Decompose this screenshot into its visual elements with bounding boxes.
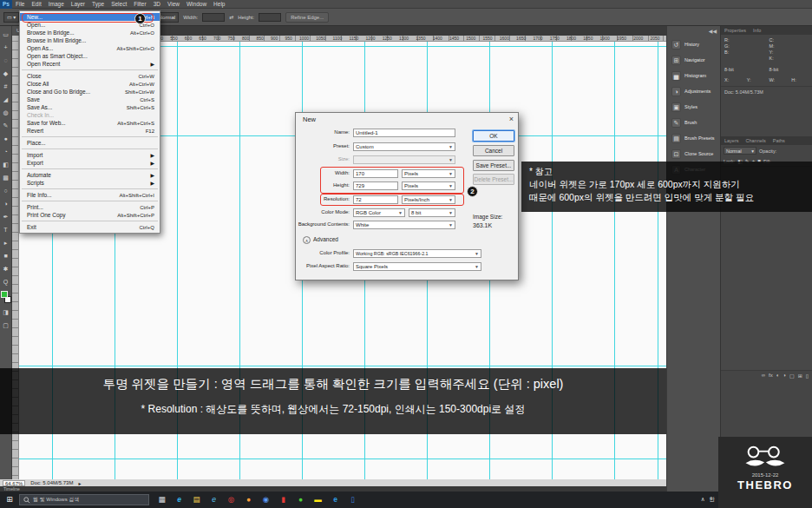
type-tool[interactable]: T xyxy=(0,223,11,236)
file-menu-item[interactable]: Automate ▶ xyxy=(20,171,160,179)
file-menu-item[interactable]: Close All Alt+Ctrl+W xyxy=(20,80,160,88)
menubar-item[interactable]: Window xyxy=(183,0,210,9)
taskbar-search[interactable]: 웹 및 Windows 검색 xyxy=(19,494,149,505)
save-preset-button[interactable]: Save Preset... xyxy=(473,160,514,171)
file-menu-item[interactable] xyxy=(22,69,158,70)
file-menu-item[interactable]: Open As... Alt+Shift+Ctrl+O xyxy=(20,44,160,52)
menubar-item[interactable]: Image xyxy=(45,0,68,9)
file-menu-item[interactable]: Open as Smart Object... xyxy=(20,52,160,60)
zoom-tool[interactable]: Q xyxy=(0,275,11,288)
layer-mask-icon[interactable]: ◐ xyxy=(776,373,780,379)
panel-tab[interactable]: Info xyxy=(750,26,764,35)
file-menu-item[interactable] xyxy=(22,221,158,221)
tray-chevron-icon[interactable]: ∧ xyxy=(701,496,705,504)
bit-depth-select[interactable]: 8 bit▼ xyxy=(409,208,455,217)
link-layers-icon[interactable]: ∞ xyxy=(762,373,765,379)
refine-edge-button[interactable]: Refine Edge... xyxy=(285,12,329,23)
file-menu-item[interactable]: Place... xyxy=(20,139,160,147)
file-menu-item[interactable]: Open Recent ▶ xyxy=(20,60,160,68)
file-menu-item[interactable]: Scripts ▶ xyxy=(20,179,160,187)
delete-layer-icon[interactable]: ▯ xyxy=(806,373,809,379)
panel-button[interactable]: ⊞ Navigator xyxy=(667,52,720,68)
gradient-tool[interactable]: ▩ xyxy=(0,171,11,184)
adjustment-layer-icon[interactable]: ◑ xyxy=(783,373,786,379)
menubar-item[interactable]: Edit xyxy=(28,0,44,9)
panel-button[interactable]: ⊡ Clone Source xyxy=(667,146,720,162)
ie-icon[interactable]: e xyxy=(206,492,221,507)
ok-button[interactable]: OK xyxy=(473,130,514,142)
new-layer-icon[interactable]: ⊞ xyxy=(798,373,802,379)
menubar-item[interactable]: Type xyxy=(88,0,108,9)
dodge-tool[interactable]: ◑ xyxy=(0,197,11,210)
layers-panel-tab[interactable]: Layers xyxy=(721,136,743,145)
file-menu-item[interactable]: Revert F12 xyxy=(20,127,160,135)
file-menu-item[interactable] xyxy=(22,136,158,137)
clone-stamp-tool[interactable]: ● xyxy=(0,132,11,145)
zoom-level-input[interactable]: 64.67% xyxy=(3,480,25,486)
line-icon[interactable]: ● xyxy=(293,492,308,507)
file-menu-item[interactable]: Exit Ctrl+Q xyxy=(20,223,160,231)
cancel-button[interactable]: Cancel xyxy=(473,145,514,156)
quick-mask-icon[interactable]: ◨ xyxy=(0,306,11,319)
foreground-color-swatch[interactable] xyxy=(1,291,8,298)
dialog-close-icon[interactable]: × xyxy=(509,115,514,123)
menubar-item[interactable]: 3D xyxy=(150,0,164,9)
chrome-icon[interactable]: ◉ xyxy=(259,492,273,507)
file-menu-item[interactable]: File Info... Alt+Shift+Ctrl+I xyxy=(20,191,160,199)
hand-tool[interactable]: ✱ xyxy=(0,262,11,275)
collapse-panels-icon[interactable]: ◀◀ xyxy=(667,28,720,36)
brush-tool[interactable]: ✎ xyxy=(0,119,11,132)
healing-brush-tool[interactable]: ◍ xyxy=(0,106,11,119)
file-menu-item[interactable]: Browse in Mini Bridge... xyxy=(20,36,160,44)
status-options-arrow[interactable]: ▸ xyxy=(78,480,81,486)
panel-button[interactable]: ▣ Styles xyxy=(667,99,720,115)
file-menu-item[interactable]: Save for Web... Alt+Shift+Ctrl+S xyxy=(20,119,160,127)
lasso-tool[interactable]: ◌ xyxy=(0,54,11,67)
menubar-item[interactable]: File xyxy=(12,0,28,9)
color-swatches[interactable] xyxy=(1,291,11,303)
path-selection-tool[interactable]: ▸ xyxy=(0,236,11,249)
panel-button[interactable]: ◑ Adjustments xyxy=(667,83,720,99)
opera-icon[interactable]: ◎ xyxy=(224,492,239,507)
firefox-icon[interactable]: ● xyxy=(241,492,256,507)
start-button[interactable]: ⊞ xyxy=(0,492,19,508)
file-menu-item[interactable]: Close and Go to Bridge... Shift+Ctrl+W xyxy=(20,88,160,96)
eyedropper-tool[interactable]: ◢ xyxy=(0,93,11,106)
background-contents-select[interactable]: White▼ xyxy=(353,221,455,229)
task-view-icon[interactable]: ▦ xyxy=(154,492,169,507)
panel-button[interactable]: ▤ Brush Presets xyxy=(667,130,720,146)
menubar-item[interactable]: Filter xyxy=(130,0,149,9)
height-input[interactable] xyxy=(259,13,281,22)
blend-mode-select[interactable]: Normal▾ xyxy=(724,147,756,155)
file-menu-item[interactable] xyxy=(22,168,158,169)
menubar-item[interactable]: Layer xyxy=(68,0,88,9)
file-menu-item[interactable]: Save As... Shift+Ctrl+S xyxy=(20,103,160,111)
hangul-icon[interactable]: ▯ xyxy=(345,492,360,507)
name-input[interactable]: Untitled-1 xyxy=(353,129,455,137)
file-menu-item[interactable] xyxy=(22,188,158,189)
file-menu-item[interactable] xyxy=(22,148,158,149)
menubar-item[interactable]: Help xyxy=(210,0,228,9)
eraser-tool[interactable]: ◧ xyxy=(0,158,11,171)
preset-select[interactable]: Custom▼ xyxy=(353,142,455,151)
shape-tool[interactable]: ■ xyxy=(0,249,11,262)
file-menu-item[interactable] xyxy=(22,201,158,201)
panel-tab[interactable]: Properties xyxy=(721,26,750,35)
youtube-icon[interactable]: ▮ xyxy=(276,492,291,507)
panel-button[interactable]: ▅ Histogram xyxy=(667,68,720,83)
file-menu-item[interactable]: Check In... xyxy=(20,111,160,119)
edge-icon[interactable]: e xyxy=(172,492,187,507)
crop-tool[interactable]: # xyxy=(0,80,11,93)
swap-dimensions-icon[interactable]: ⇄ xyxy=(229,14,233,20)
ime-korean-indicator[interactable]: 한 xyxy=(710,496,716,504)
rectangular-marquee-tool[interactable]: ▭ xyxy=(0,28,11,41)
advanced-section-label[interactable]: Advanced xyxy=(313,236,338,242)
pixel-aspect-ratio-select[interactable]: Square Pixels▼ xyxy=(353,262,481,271)
panel-button[interactable]: ✎ Brush xyxy=(667,115,720,130)
dialog-title-bar[interactable]: New × xyxy=(296,113,518,125)
menubar-item[interactable]: View xyxy=(164,0,183,9)
tool-preset-picker[interactable]: ▭ ▾ xyxy=(3,12,19,23)
edge-beta-icon[interactable]: e xyxy=(328,492,343,507)
file-menu-item[interactable]: Print One Copy Alt+Shift+Ctrl+P xyxy=(20,211,160,219)
width-input[interactable] xyxy=(202,13,225,22)
